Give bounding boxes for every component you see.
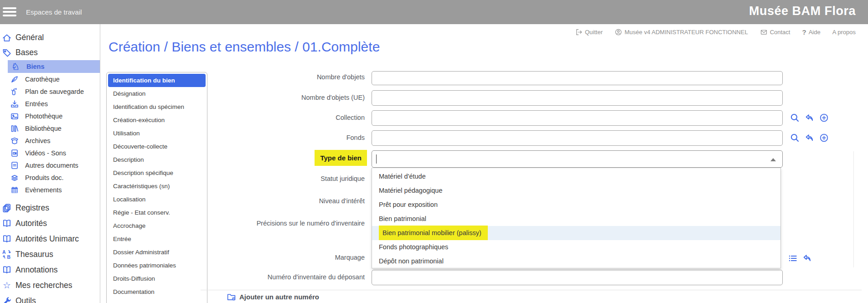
header-links: Quitter Musée v4 ADMINISTRATEUR FONCTION… <box>575 28 856 36</box>
sidebar-item-autorites[interactable]: Autorités <box>0 216 100 231</box>
sidebar-item-outils[interactable]: Outils <box>0 293 100 303</box>
section-menu-item[interactable]: Identification du spécimen <box>108 100 206 113</box>
sidebar-item-registres[interactable]: Registres <box>0 200 100 216</box>
section-menu-item[interactable]: Régie - Etat conserv. <box>108 206 206 219</box>
section-menu: Identification du bien Désignation Ident… <box>106 72 207 303</box>
section-menu-item[interactable]: Entrée <box>108 232 206 246</box>
sidebar-item-produits-doc[interactable]: Produits doc. <box>0 171 100 184</box>
top-bar: Espaces de travail Musée BAM Flora <box>0 0 868 24</box>
section-menu-item[interactable]: Création-exécution <box>108 113 206 127</box>
label-collection: Collection <box>201 114 365 121</box>
open-book-icon <box>2 265 12 275</box>
dropdown-option[interactable]: Matériel d'étude <box>372 169 780 184</box>
panel-edge-line <box>853 151 854 267</box>
open-box-icon <box>10 136 19 145</box>
document-icon <box>10 161 19 170</box>
sidebar-item-autres-documents[interactable]: Autres documents <box>0 159 100 171</box>
section-menu-item[interactable]: Accrochage <box>108 219 206 232</box>
page-title: Création / Biens et ensembles / 01.Compl… <box>108 39 380 55</box>
sort-az-icon: AB <box>2 249 12 259</box>
flora-app-window: Espaces de travail Musée BAM Flora Quitt… <box>0 0 868 303</box>
search-icon[interactable] <box>790 133 800 143</box>
sidebar-item-thesaurus[interactable]: AB Thesaurus <box>0 247 100 262</box>
section-menu-item[interactable]: Caractéristiques (sn) <box>108 180 206 193</box>
inbox-download-icon <box>10 99 19 108</box>
hamburger-menu-icon[interactable] <box>3 7 18 17</box>
dropdown-option[interactable]: Dépôt non patrimonial <box>372 254 780 268</box>
caret-up-icon[interactable] <box>770 158 776 161</box>
sidebar-item-phototheque[interactable]: Photothèque <box>0 110 100 122</box>
search-icon[interactable] <box>790 113 800 123</box>
plus-circle-icon[interactable] <box>819 133 829 143</box>
sidebar-item-archives[interactable]: Archives <box>0 134 100 147</box>
sidebar-item-evenements[interactable]: Evènements <box>0 184 100 196</box>
label-precisions-numero-inventaire: Précisions sur le numéro d'inventaire <box>201 220 365 227</box>
undo-arrow-icon[interactable] <box>802 253 812 263</box>
sidebar-item-autorites-unimarc[interactable]: Autorités Unimarc <box>0 231 100 247</box>
user-account[interactable]: Musée v4 ADMINISTRATEUR FONCTIONNEL <box>615 28 748 36</box>
section-menu-item[interactable]: Documentation <box>108 285 206 298</box>
section-menu-item[interactable]: Droits-Diffusion <box>108 272 206 285</box>
input-fonds[interactable] <box>372 130 783 146</box>
plus-circle-icon[interactable] <box>819 113 829 123</box>
input-nombre-objets-ue[interactable] <box>372 90 783 106</box>
type-de-bien-combobox[interactable] <box>372 150 783 168</box>
stack-icon <box>10 173 19 182</box>
quit-link[interactable]: Quitter <box>575 28 603 36</box>
sidebar-item-plan-sauvegarde[interactable]: Plan de sauvegarde <box>0 85 100 98</box>
calendar-icon <box>10 185 19 195</box>
section-menu-item[interactable]: Description spécifique <box>108 166 206 180</box>
add-number-button[interactable]: Ajouter un autre numéro <box>227 292 319 302</box>
video-file-icon <box>10 149 19 158</box>
section-menu-item[interactable]: Localisation <box>108 193 206 206</box>
sidebar-item-bibliotheque[interactable]: Bibliothèque <box>0 122 100 134</box>
bulleted-list-icon[interactable] <box>788 253 798 263</box>
label-numero-deposant: Numéro d'inventaire du déposant <box>201 273 365 281</box>
label-fonds: Fonds <box>201 134 365 141</box>
undo-arrow-icon[interactable] <box>804 133 815 143</box>
input-nombre-objets[interactable] <box>372 71 783 85</box>
dropdown-option[interactable]: Bien patrimonial mobilier (palissy) <box>372 226 780 240</box>
section-menu-item[interactable]: Utilisation <box>108 127 206 140</box>
section-menu-item[interactable]: Découverte-collecte <box>108 140 206 153</box>
contact-link[interactable]: Contact <box>760 28 790 36</box>
section-menu-item[interactable]: Description <box>108 153 206 166</box>
label-niveau-interet: Niveau d'intérêt <box>201 197 365 205</box>
collection-field-actions <box>790 113 829 123</box>
sidebar-item-mes-recherches[interactable]: ☆ Mes recherches <box>0 277 100 293</box>
dropdown-option[interactable]: Matériel pédagogique <box>372 184 780 198</box>
section-menu-item[interactable]: Dossier Administratif <box>108 246 206 259</box>
main-sidebar: Général Bases ♘ Biens Carothèque Plan de… <box>0 24 100 303</box>
sidebar-item-videos-sons[interactable]: Vidéos - Sons <box>0 147 100 159</box>
home-icon <box>2 33 12 43</box>
workspace-label[interactable]: Espaces de travail <box>26 8 82 16</box>
sidebar-item-entrees[interactable]: Entrées <box>0 98 100 110</box>
help-link[interactable]: ? Aide <box>802 28 820 36</box>
input-numero-deposant[interactable] <box>372 270 783 285</box>
section-menu-item[interactable]: Données patrimoniales <box>108 259 206 272</box>
star-icon: ☆ <box>2 281 12 290</box>
about-link[interactable]: A propos <box>832 29 856 36</box>
sidebar-item-carotheque[interactable]: Carothèque <box>0 73 100 85</box>
dropdown-option[interactable]: Prêt pour exposition <box>372 198 780 212</box>
quill-icon <box>10 75 19 84</box>
books-icon <box>10 124 19 133</box>
section-menu-item[interactable]: Identification du bien <box>108 74 206 87</box>
app-brand: Musée BAM Flora <box>749 4 856 18</box>
undo-arrow-icon[interactable] <box>804 113 815 123</box>
sidebar-item-general[interactable]: Général <box>0 30 100 45</box>
svg-text:A: A <box>2 250 6 255</box>
question-icon: ? <box>802 28 806 36</box>
exit-icon <box>575 28 583 36</box>
folder-plus-icon <box>227 292 236 302</box>
sidebar-item-annotations[interactable]: Annotations <box>0 262 100 277</box>
image-icon <box>10 112 19 121</box>
section-menu-item[interactable]: Désignation <box>108 87 206 100</box>
dropdown-option[interactable]: Fonds photographiques <box>372 240 780 254</box>
open-book-icon <box>2 218 12 228</box>
dropdown-option[interactable]: Bien patrimonial <box>372 212 780 226</box>
open-book-icon <box>2 234 12 244</box>
sidebar-item-biens[interactable]: ♘ Biens <box>8 60 100 73</box>
sidebar-item-bases[interactable]: Bases <box>0 45 100 60</box>
input-collection[interactable] <box>372 110 783 126</box>
